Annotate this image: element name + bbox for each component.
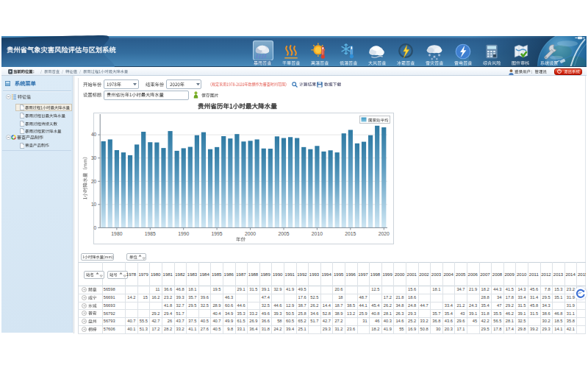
svg-text:2000: 2000 [245,231,256,236]
svg-text:2010: 2010 [312,231,323,236]
svg-text:30: 30 [91,155,97,160]
svg-text:40: 40 [91,132,97,137]
svg-text:2015: 2015 [345,231,356,236]
svg-text:1990: 1990 [178,231,189,236]
svg-text:1980: 1980 [111,231,122,236]
svg-text:0: 0 [94,225,97,230]
svg-text:1985: 1985 [145,231,156,236]
svg-text:2020: 2020 [379,231,390,236]
svg-text:1995: 1995 [212,231,223,236]
svg-text:20: 20 [91,179,97,184]
svg-text:2005: 2005 [278,231,289,236]
svg-text:10: 10 [91,202,97,207]
